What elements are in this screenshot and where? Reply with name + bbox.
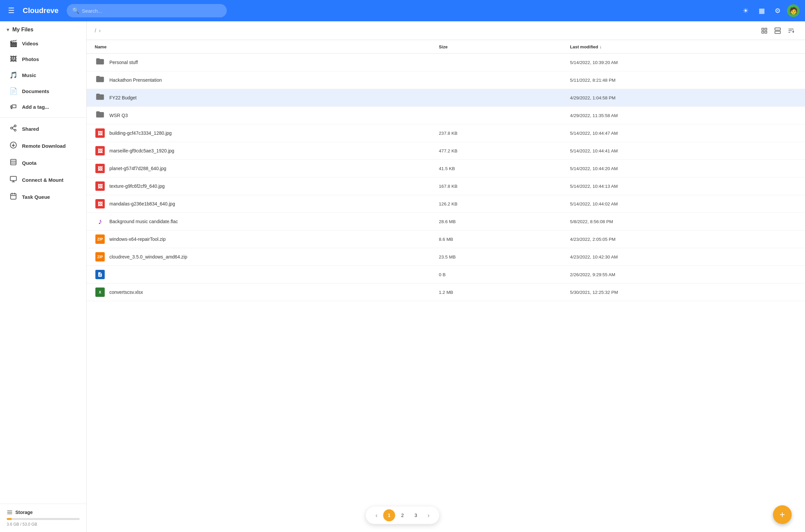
file-name-cell: 🖼 building-gcf47c3334_1280.jpg xyxy=(87,125,434,142)
table-row[interactable]: 🖼 marseille-gf9cdc5ae3_1920.jpg 477.2 KB… xyxy=(87,142,805,160)
file-size: 23.5 MB xyxy=(434,248,564,266)
theme-toggle-button[interactable]: ☀ xyxy=(739,4,752,17)
file-modified: 5/14/2022, 10:44:20 AM xyxy=(564,160,805,177)
file-modified: 5/14/2022, 10:44:47 AM xyxy=(564,125,805,142)
sidebar-item-videos[interactable]: 🎬 Videos xyxy=(0,35,87,51)
sidebar-item-quota[interactable]: Quota xyxy=(0,154,87,171)
doc-icon xyxy=(95,270,105,279)
settings-button[interactable]: ⚙ xyxy=(771,4,784,17)
breadcrumb-arrow[interactable]: › xyxy=(99,28,100,34)
folder-icon xyxy=(95,110,105,121)
file-icon-container: X xyxy=(95,287,106,298)
sidebar-item-music[interactable]: 🎵 Music xyxy=(0,67,87,83)
table-row[interactable]: 🖼 building-gcf47c3334_1280.jpg 237.8 KB5… xyxy=(87,125,805,142)
sidebar-item-photos[interactable]: 🖼 Photos xyxy=(0,51,87,67)
table-row[interactable]: 0 B2/26/2022, 9:29:55 AM xyxy=(87,266,805,284)
file-modified: 5/14/2022, 10:44:02 AM xyxy=(564,195,805,213)
col-header-last-modified[interactable]: Last modified ↓ xyxy=(564,40,805,54)
pagination-page-2[interactable]: 2 xyxy=(397,509,408,521)
table-row[interactable]: FY22 Budget 4/29/2022, 1:04:58 PM xyxy=(87,89,805,107)
file-name: windows-x64-repairTool.zip xyxy=(109,236,166,242)
folder-icon xyxy=(95,57,105,69)
sidebar-item-connect-mount[interactable]: Connect & Mount xyxy=(0,171,87,188)
fab-button[interactable]: + xyxy=(773,505,792,524)
table-row[interactable]: X convertscsv.xlsx 1.2 MB5/30/2021, 12:2… xyxy=(87,284,805,301)
sidebar-item-shared[interactable]: Shared xyxy=(0,120,87,137)
svg-rect-25 xyxy=(775,31,781,33)
my-files-section[interactable]: ▾ My Files xyxy=(0,21,87,35)
file-name-cell: 🖼 planet-g574f7d288_640.jpg xyxy=(87,160,434,177)
col-header-size[interactable]: Size xyxy=(434,40,564,54)
file-modified: 2/26/2022, 9:29:55 AM xyxy=(564,266,805,284)
table-row[interactable]: ZIP windows-x64-repairTool.zip 8.6 MB4/2… xyxy=(87,230,805,248)
file-icon-container xyxy=(95,75,106,86)
zip-icon: ZIP xyxy=(95,252,105,262)
table-row[interactable]: 🖼 mandalas-g236e1b834_640.jpg 126.2 KB5/… xyxy=(87,195,805,213)
file-icon-container: 🖼 xyxy=(95,128,106,138)
file-modified: 5/14/2022, 10:44:13 AM xyxy=(564,177,805,195)
table-row[interactable]: WSR Q3 4/29/2022, 11:35:58 AM xyxy=(87,107,805,125)
my-files-chevron: ▾ xyxy=(7,27,9,32)
sidebar-item-add-tag[interactable]: 🏷 Add a tag... xyxy=(0,99,87,115)
sidebar-item-task-queue[interactable]: Task Queue xyxy=(0,188,87,206)
pagination-page-1[interactable]: 1 xyxy=(383,509,395,521)
breadcrumb-actions xyxy=(758,25,797,37)
file-name-cell: ZIP cloudreve_3.5.0_windows_amd64.zip xyxy=(87,248,434,266)
sidebar-item-documents[interactable]: 📄 Documents xyxy=(0,83,87,99)
avatar[interactable]: 🧑 xyxy=(787,4,800,17)
table-row[interactable]: ZIP cloudreve_3.5.0_windows_amd64.zip 23… xyxy=(87,248,805,266)
file-size: 1.2 MB xyxy=(434,284,564,301)
table-row[interactable]: 🖼 planet-g574f7d288_640.jpg 41.5 KB5/14/… xyxy=(87,160,805,177)
list-view-toggle[interactable] xyxy=(772,25,784,37)
file-name: planet-g574f7d288_640.jpg xyxy=(109,166,167,171)
file-icon-container: 🖼 xyxy=(95,146,106,156)
file-name: cloudreve_3.5.0_windows_amd64.zip xyxy=(109,254,187,260)
table-row[interactable]: Hackathon Prensentation 5/11/2022, 8:21:… xyxy=(87,71,805,89)
breadcrumb-slash: / xyxy=(95,28,96,34)
xlsx-icon: X xyxy=(95,287,105,297)
file-name-cell: 🖼 mandalas-g236e1b834_640.jpg xyxy=(87,195,434,212)
file-icon-container: ZIP xyxy=(95,234,106,245)
menu-icon[interactable]: ☰ xyxy=(5,4,17,18)
svg-rect-10 xyxy=(10,176,16,181)
image-icon: 🖼 xyxy=(95,128,105,138)
sidebar-item-remote-download[interactable]: Remote Download xyxy=(0,137,87,154)
file-table: Name Size Last modified ↓ Personal stuff… xyxy=(87,40,805,301)
svg-line-3 xyxy=(12,128,14,130)
grid-view-toggle[interactable] xyxy=(758,25,770,37)
sidebar-item-label: Photos xyxy=(22,56,39,62)
file-name: FY22 Budget xyxy=(109,95,137,100)
file-name-cell: Personal stuff xyxy=(87,54,434,71)
topbar: ☰ Cloudreve 🔍 ☀ ▦ ⚙ 🧑 xyxy=(0,0,805,21)
videos-icon: 🎬 xyxy=(9,39,17,48)
connect-mount-icon xyxy=(9,175,17,185)
grid-view-button[interactable]: ▦ xyxy=(755,4,768,17)
file-name-cell: FY22 Budget xyxy=(87,89,434,107)
file-modified: 5/14/2022, 10:44:41 AM xyxy=(564,142,805,160)
file-icon-container: 🖼 xyxy=(95,163,106,174)
folder-icon xyxy=(95,92,105,104)
storage-bar xyxy=(7,518,80,520)
topbar-actions: ☀ ▦ ⚙ 🧑 xyxy=(739,4,800,17)
table-header-row: Name Size Last modified ↓ xyxy=(87,40,805,54)
svg-rect-22 xyxy=(762,31,764,33)
shared-icon xyxy=(9,125,17,133)
file-size: 41.5 KB xyxy=(434,160,564,177)
search-input[interactable] xyxy=(82,8,222,14)
table-row[interactable]: Personal stuff 5/14/2022, 10:39:20 AM xyxy=(87,54,805,71)
file-icon-container: 🖼 xyxy=(95,198,106,209)
pagination-bar: ‹ 1 2 3 › xyxy=(366,507,439,524)
col-header-name[interactable]: Name xyxy=(87,40,434,54)
pagination-next[interactable]: › xyxy=(423,510,434,521)
svg-rect-23 xyxy=(765,31,767,33)
file-size: 0 B xyxy=(434,266,564,284)
search-bar[interactable]: 🔍 xyxy=(67,4,227,17)
pagination-page-3[interactable]: 3 xyxy=(410,509,422,521)
sort-toggle[interactable] xyxy=(785,25,797,37)
sidebar-divider xyxy=(0,117,87,118)
table-row[interactable]: ♪ Background music candidate.flac 28.6 M… xyxy=(87,213,805,230)
pagination-prev[interactable]: ‹ xyxy=(371,510,382,521)
table-row[interactable]: 🖼 texture-g9fc6f2cf9_640.jpg 167.8 KB5/1… xyxy=(87,177,805,195)
file-icon-container: 🖼 xyxy=(95,181,106,191)
photos-icon: 🖼 xyxy=(9,55,17,63)
